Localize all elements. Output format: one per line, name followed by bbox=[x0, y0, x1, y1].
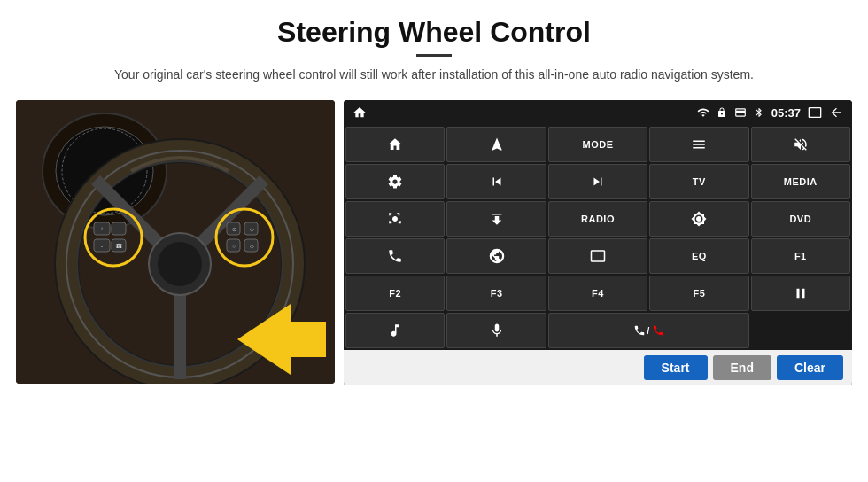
control-panel: 05:37 MODE bbox=[344, 100, 852, 385]
btn-music[interactable] bbox=[345, 313, 445, 348]
wifi-icon bbox=[697, 106, 709, 119]
status-bar-right: 05:37 bbox=[697, 105, 843, 120]
card-icon bbox=[734, 106, 747, 119]
btn-f1[interactable]: F1 bbox=[751, 238, 850, 274]
back-icon bbox=[829, 105, 843, 120]
status-time: 05:37 bbox=[771, 106, 801, 120]
clear-button[interactable]: Clear bbox=[777, 355, 843, 380]
btn-cam360[interactable] bbox=[345, 201, 445, 237]
svg-text:◇: ◇ bbox=[250, 227, 254, 232]
btn-media[interactable]: MEDIA bbox=[751, 164, 850, 199]
page-subtitle: Your original car's steering wheel contr… bbox=[35, 66, 833, 84]
btn-eject[interactable] bbox=[446, 201, 546, 237]
btn-dvd[interactable]: DVD bbox=[751, 201, 850, 237]
btn-brightness[interactable] bbox=[649, 201, 748, 237]
btn-mode[interactable]: MODE bbox=[548, 127, 647, 162]
btn-playpause[interactable] bbox=[751, 276, 850, 311]
start-button[interactable]: Start bbox=[644, 355, 708, 380]
end-button[interactable]: End bbox=[713, 355, 771, 380]
btn-next[interactable] bbox=[548, 164, 647, 199]
status-bar-left bbox=[353, 105, 367, 120]
btn-settings[interactable] bbox=[345, 164, 445, 199]
btn-home[interactable] bbox=[345, 127, 445, 162]
page-header: Steering Wheel Control Your original car… bbox=[0, 0, 868, 93]
screen-mirror-icon bbox=[808, 105, 822, 120]
btn-prev[interactable] bbox=[446, 164, 546, 199]
svg-text:⊙: ⊙ bbox=[232, 227, 236, 232]
title-divider bbox=[416, 54, 452, 57]
btn-nav[interactable] bbox=[446, 127, 546, 162]
lock-icon bbox=[717, 107, 727, 118]
svg-rect-20 bbox=[112, 222, 126, 235]
btn-menu[interactable] bbox=[649, 127, 748, 162]
content-area: 120 + - ♪ bbox=[0, 100, 868, 385]
page-title: Steering Wheel Control bbox=[35, 16, 833, 49]
svg-text:◇: ◇ bbox=[250, 244, 254, 249]
btn-mic[interactable] bbox=[446, 313, 546, 348]
button-grid: MODE TV MEDIA bbox=[344, 125, 852, 350]
btn-radio[interactable]: RADIO bbox=[548, 201, 647, 237]
btn-f2[interactable]: F2 bbox=[345, 276, 445, 311]
steering-wheel-image: 120 + - ♪ bbox=[16, 100, 335, 384]
btn-eq[interactable]: EQ bbox=[649, 238, 748, 274]
svg-text:☎: ☎ bbox=[115, 243, 123, 249]
svg-text:○: ○ bbox=[232, 244, 236, 249]
btn-tv[interactable]: TV bbox=[649, 164, 748, 199]
btn-phonecall[interactable]: / bbox=[548, 313, 749, 348]
bluetooth-icon bbox=[754, 107, 764, 118]
btn-f4[interactable]: F4 bbox=[548, 276, 647, 311]
btn-screen[interactable] bbox=[548, 238, 647, 274]
btn-f3[interactable]: F3 bbox=[446, 276, 546, 311]
svg-point-13 bbox=[158, 242, 202, 286]
home-status-icon bbox=[353, 105, 367, 120]
action-bar: Start End Clear bbox=[344, 350, 852, 385]
btn-phone[interactable] bbox=[345, 238, 445, 274]
btn-browser[interactable] bbox=[446, 238, 546, 274]
btn-mute[interactable] bbox=[751, 127, 850, 162]
btn-f5[interactable]: F5 bbox=[649, 276, 748, 311]
svg-text:+: + bbox=[100, 226, 104, 232]
status-bar: 05:37 bbox=[344, 100, 852, 125]
